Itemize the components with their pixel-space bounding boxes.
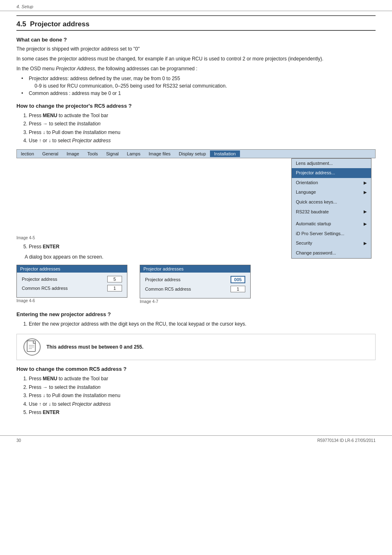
how-to-change-common-heading: How to change the common RC5 address ? [16, 366, 376, 372]
dialog-left-common-value: 1 [107, 285, 122, 291]
dialog-left-common-label: Common RC5 address [22, 286, 68, 291]
dialog-right-common-label: Common RC5 address [145, 287, 191, 291]
note-text: This address must be between 0 and 255. [46, 344, 143, 350]
rc5-steps-list: Press MENU to activate the Tool bar Pres… [25, 111, 376, 145]
menu-item-display-setup: Display setup [175, 150, 210, 157]
menu-bar: lection General Image Tools Signal Lamps… [16, 149, 376, 158]
footer-doc-info: R59770134 ID LR-6 27/05/2011 [317, 438, 376, 443]
common-rc5-step-3: Press ↓ to Pull down the Installation me… [29, 391, 376, 400]
rc5-step-2: Press → to select the Installation [29, 120, 376, 128]
menu-item-image-files: Image files [145, 150, 175, 157]
dropdown-quick-access-keys: Quick access keys... [292, 197, 371, 207]
dialog-right-projector-label: Projector address [145, 277, 180, 282]
section-title: 4.5 Projector address [16, 20, 376, 31]
common-rc5-step-2: Press → to select the Installation [29, 383, 376, 391]
dropdown-projector-address: Projector address... [292, 168, 371, 178]
svg-rect-0 [27, 341, 35, 352]
address-bullet-list: Projector address: address defined by th… [25, 75, 376, 97]
dialog-right: Projector addresses Projector address 00… [140, 265, 251, 298]
dropdown-automatic-startup: Automatic startup▶ [292, 219, 371, 229]
installation-dropdown: Lens adjustment... Projector address... … [291, 158, 371, 259]
dialog-right-common-value: 1 [231, 286, 245, 292]
dropdown-id-pro-server: iD Pro Server Settings... [292, 229, 371, 239]
footer-page-number: 30 [16, 438, 21, 443]
osd-menu-screenshot: lection General Image Tools Signal Lamps… [16, 149, 376, 231]
common-rc5-step-1: Press MENU to activate the Tool bar [29, 375, 376, 383]
dialog-left-projector-label: Projector address [22, 277, 57, 282]
entering-new-heading: Entering the new projector address ? [16, 311, 376, 317]
dropdown-language: Language▶ [292, 187, 371, 197]
page-footer: 30 R59770134 ID LR-6 27/05/2011 [0, 435, 392, 445]
what-can-be-done-heading: What can be done ? [16, 37, 376, 43]
dropdown-rs232-baudrate: RS232 baudrate▶ [292, 207, 371, 217]
menu-item-tools: Tools [83, 150, 102, 157]
menu-item-lection: lection [17, 150, 38, 157]
menu-item-signal: Signal [102, 150, 123, 157]
dialog-left-projector-value: 5 [107, 276, 122, 282]
dialog-right-row1: Projector address 005 [145, 276, 245, 283]
menu-item-image: Image [62, 150, 83, 157]
dropdown-orientation: Orientation▶ [292, 178, 371, 188]
para2: In some cases the projector address must… [16, 55, 376, 62]
dialog-left-row1: Projector address 5 [22, 276, 122, 282]
breadcrumb: 4. Setup [16, 4, 33, 9]
dialog-boxes-row: Projector addresses Projector address 5 … [16, 265, 376, 305]
common-rc5-step-4: Use ↑ or ↓ to select Projector address [29, 400, 376, 408]
dropdown-change-password: Change password... [292, 248, 371, 258]
dialog-left-wrapper: Projector addresses Projector address 5 … [16, 265, 127, 305]
document-icon [26, 340, 38, 354]
image-46-label: Image 4-6 [16, 298, 127, 303]
para3: In the OSD menu Projector Address, the f… [16, 65, 376, 72]
entering-new-step1: Enter the new projector address with the… [29, 320, 376, 328]
dialog-right-row2: Common RC5 address 1 [145, 286, 245, 292]
dropdown-security: Security▶ [292, 238, 371, 248]
section-number: 4.5 [16, 20, 26, 28]
dropdown-lens-adjustment: Lens adjustment... [292, 159, 371, 169]
section-heading-text: Projector address [30, 20, 90, 28]
dialog-left-body: Projector address 5 Common RC5 address 1 [17, 273, 127, 297]
dialog-right-wrapper: Projector addresses Projector address 00… [140, 265, 251, 305]
entering-new-list: Enter the new projector address with the… [25, 320, 376, 328]
image-47-label: Image 4-7 [140, 299, 251, 304]
menu-item-general: General [38, 150, 62, 157]
dialog-right-body: Projector address 005 Common RC5 address… [140, 273, 250, 298]
page-header: 4. Setup [0, 0, 392, 11]
rc5-step-3: Press ↓ to Pull down the Installation me… [29, 128, 376, 136]
note-box: This address must be between 0 and 255. [16, 334, 376, 360]
common-rc5-steps-list: Press MENU to activate the Tool bar Pres… [25, 375, 376, 416]
dialog-right-title: Projector addresses [140, 265, 250, 273]
bullet-item-2: Common address : address may be 0 or 1 [25, 90, 376, 97]
dialog-left-row2: Common RC5 address 1 [22, 285, 122, 291]
menu-item-lamps: Lamps [123, 150, 145, 157]
dialog-right-projector-value: 005 [231, 276, 245, 283]
para1: The projector is shipped with projector … [16, 45, 376, 53]
dialog-left-title: Projector addresses [17, 265, 127, 273]
rc5-step-4: Use ↑ or ↓ to select Projector address [29, 136, 376, 145]
note-icon [23, 338, 41, 356]
how-to-change-rc5-heading: How to change the projector's RC5 addres… [16, 103, 376, 109]
common-rc5-step-5: Press ENTER [29, 408, 376, 416]
menu-item-installation: Installation [210, 150, 240, 157]
rc5-step-1: Press MENU to activate the Tool bar [29, 111, 376, 120]
bullet-item-1: Projector address: address defined by th… [25, 75, 376, 90]
dialog-left: Projector addresses Projector address 5 … [16, 265, 127, 298]
